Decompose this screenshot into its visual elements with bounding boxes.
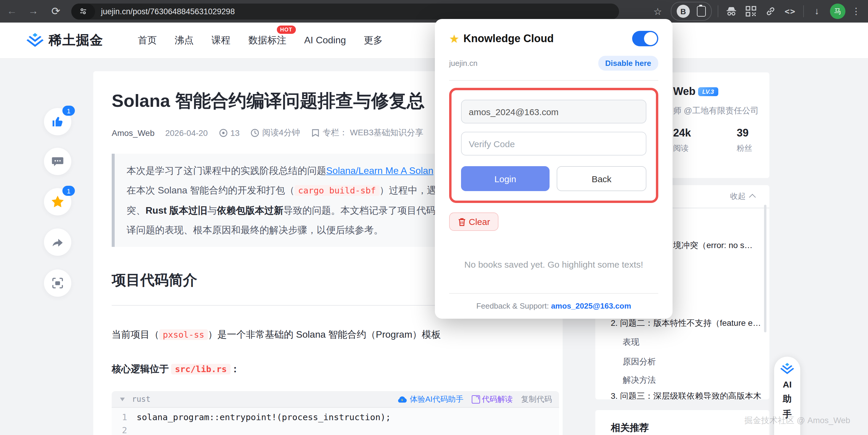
toc-collapse-button[interactable]: 收起 xyxy=(730,191,754,202)
share-icon xyxy=(51,235,65,249)
collapse-triangle-icon[interactable] xyxy=(120,397,125,401)
copy-code-link[interactable]: 复制代码 xyxy=(521,394,552,404)
site-settings-icon[interactable] xyxy=(71,3,95,19)
cloud-icon xyxy=(397,395,407,403)
profile-avatar[interactable]: 马 xyxy=(830,4,845,19)
like-count-badge: 1 xyxy=(62,106,75,116)
screenshot-button[interactable] xyxy=(44,269,71,297)
back-button[interactable]: Back xyxy=(557,166,646,191)
code-brackets-icon[interactable]: <> xyxy=(783,4,797,19)
code-explain-icon xyxy=(472,395,480,403)
frame-capture-icon xyxy=(51,276,65,290)
knowledge-cloud-popup: ★ Knowledge Cloud juejin.cn Disable here… xyxy=(435,19,673,319)
url-text: juejin.cn/post/7630648845631029298 xyxy=(101,7,235,16)
logo-text: 稀土掘金 xyxy=(49,31,103,49)
toc-scrollbar[interactable] xyxy=(764,205,766,332)
author-name-fragment[interactable]: Web xyxy=(673,86,695,98)
ai-assistant-link[interactable]: 体验AI代码助手 xyxy=(397,394,463,404)
browser-menu-icon[interactable]: ⋮ xyxy=(849,4,863,19)
toc-sub-item[interactable]: 表现 xyxy=(623,337,639,348)
pinned-extensions: B xyxy=(671,2,712,21)
current-site: juejin.cn xyxy=(449,59,477,68)
nav-ai-coding[interactable]: AI Coding xyxy=(304,35,346,46)
code-body: 1solana_program::entrypoint!(process_ins… xyxy=(112,408,559,435)
like-button[interactable]: 1 xyxy=(44,108,71,135)
author-description: 师 @工地有限责任公司 xyxy=(673,106,759,116)
popup-title: Knowledge Cloud xyxy=(463,32,554,45)
chevron-up-icon xyxy=(749,194,756,201)
star-icon xyxy=(50,194,65,209)
views-icon xyxy=(218,128,228,138)
toc-item-2[interactable]: 2. 问题二：版本特性不支持（feature e… xyxy=(611,318,761,329)
qr-grid-icon[interactable] xyxy=(744,4,758,19)
toc-item-1-fragment[interactable]: 境冲突（error: no s… xyxy=(673,240,753,251)
back-icon[interactable]: ← xyxy=(5,4,19,19)
inline-code: cargo build-sbf xyxy=(294,185,379,196)
email-field[interactable] xyxy=(461,100,646,124)
nav-courses[interactable]: 课程 xyxy=(212,34,230,46)
extensions-puzzle-icon[interactable] xyxy=(697,6,706,16)
thumbs-up-icon xyxy=(51,114,65,129)
comment-button[interactable] xyxy=(44,148,71,175)
code-line: solana_program::entrypoint!(process_inst… xyxy=(137,411,391,424)
community-watermark: 掘金技术社区 @ Amos_Web xyxy=(744,415,850,426)
nav-home[interactable]: 首页 xyxy=(138,34,157,46)
download-icon[interactable]: ↓ xyxy=(810,4,824,19)
column-label: 专栏： xyxy=(322,128,347,138)
column-link[interactable]: WEB3基础知识分享 xyxy=(350,128,423,138)
column-icon xyxy=(311,128,320,138)
hot-badge: HOT xyxy=(277,25,296,34)
main-nav: 首页 沸点 课程 数据标注HOT AI Coding 更多 xyxy=(120,34,383,46)
toc-sub-item[interactable]: 解决方法 xyxy=(623,375,656,386)
login-form-highlight: Login Back xyxy=(449,88,658,203)
link-icon[interactable] xyxy=(764,4,778,19)
extension-enabled-toggle[interactable] xyxy=(632,31,658,46)
juejin-logo-icon xyxy=(780,363,794,375)
juejin-logo-icon xyxy=(26,33,44,48)
extension-b-icon[interactable]: B xyxy=(677,5,690,18)
juejin-logo[interactable]: 稀土掘金 xyxy=(26,31,103,49)
bookmark-star-icon[interactable]: ☆ xyxy=(651,4,665,19)
reload-icon[interactable]: ⟳ xyxy=(49,4,63,19)
share-button[interactable] xyxy=(44,229,71,256)
nav-more[interactable]: 更多 xyxy=(364,34,383,46)
inline-code: pxsol-ss xyxy=(159,329,208,340)
browser-toolbar: ← → ⟳ juejin.cn/post/7630648845631029298… xyxy=(0,0,868,23)
toc-item-3[interactable]: 3. 问题三：深层级联依赖导致的高版本木 xyxy=(611,391,762,399)
empty-state-text: No books saved yet. Go highlight some te… xyxy=(449,259,658,269)
collect-count-badge: 1 xyxy=(62,186,75,196)
address-bar[interactable]: juejin.cn/post/7630648845631029298 xyxy=(71,3,619,19)
login-button[interactable]: Login xyxy=(461,166,550,191)
page: ← → ⟳ juejin.cn/post/7630648845631029298… xyxy=(0,0,868,435)
article-paragraph: 当前项目（pxsol-ss）是一个非常基础的 Solana 智能合约（Progr… xyxy=(112,326,560,344)
view-count: 13 xyxy=(230,128,240,138)
related-card: 相关推荐 xyxy=(595,410,769,435)
incognito-icon[interactable] xyxy=(724,4,739,19)
followers-stat[interactable]: 39 粉丝 xyxy=(737,127,752,154)
site-header: 稀土掘金 首页 沸点 课程 数据标注HOT AI Coding 更多 xyxy=(0,23,868,59)
article-date: 2026-04-20 xyxy=(165,128,208,138)
collect-button[interactable]: 1 xyxy=(44,188,71,215)
forward-icon[interactable]: → xyxy=(26,4,40,19)
support-email-link[interactable]: amos_2025@163.com xyxy=(551,301,631,310)
comment-icon xyxy=(51,154,65,169)
trash-icon xyxy=(458,217,466,226)
toolbar-divider xyxy=(803,5,804,17)
article-paragraph-bold: 核心逻辑位于 src/lib.rs： xyxy=(112,360,560,378)
article-author[interactable]: Amos_Web xyxy=(112,128,154,138)
verify-code-field[interactable] xyxy=(461,132,646,156)
read-time: 阅读4分钟 xyxy=(262,128,300,138)
code-language: rust xyxy=(132,395,151,404)
clear-button[interactable]: Clear xyxy=(449,212,498,231)
reads-stat: 24k 阅读 xyxy=(673,127,691,154)
nav-pins[interactable]: 沸点 xyxy=(175,34,194,46)
code-block-header: rust 体验AI代码助手 代码解读 复制代码 xyxy=(112,391,559,408)
nav-data-annotation[interactable]: 数据标注HOT xyxy=(248,34,286,46)
toolbar-divider xyxy=(718,5,718,17)
disable-here-button[interactable]: Disable here xyxy=(598,56,658,71)
popup-divider xyxy=(449,80,658,81)
code-explain-link[interactable]: 代码解读 xyxy=(472,394,513,404)
course-link[interactable]: Solana/Learn Me A Solan xyxy=(326,166,433,176)
level-badge: LV.3 xyxy=(698,87,718,96)
toc-sub-item[interactable]: 原因分析 xyxy=(623,357,656,367)
